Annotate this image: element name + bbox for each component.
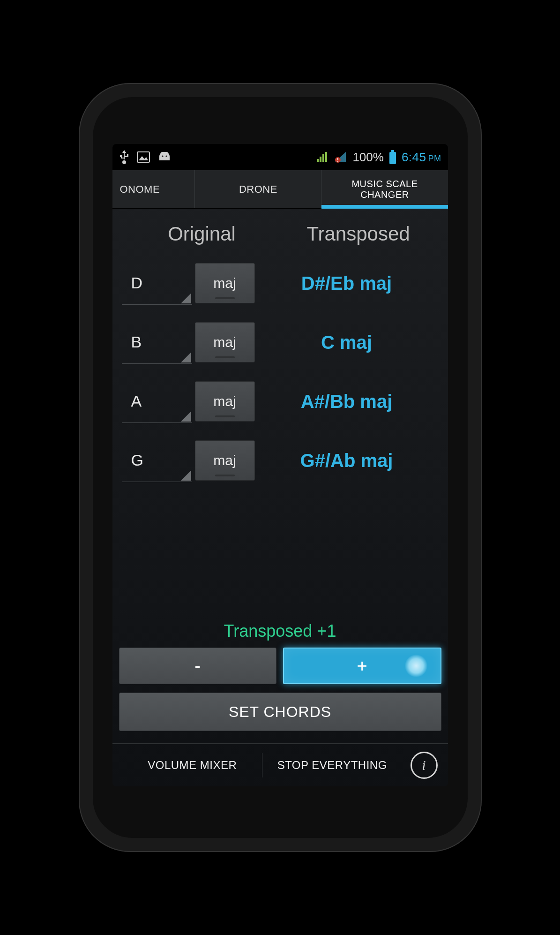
svg-rect-15 (389, 152, 396, 164)
svg-point-0 (122, 160, 126, 164)
screen: 100% 6:45PM ONOME DRONE MUSIC SCALE CHAN (112, 144, 448, 786)
battery-percent: 100% (352, 150, 384, 165)
svg-point-6 (165, 155, 167, 157)
quality-value: maj (213, 452, 236, 468)
set-chords-label: SET CHORDS (229, 703, 331, 721)
plus-label: + (357, 656, 367, 676)
svg-rect-1 (120, 155, 122, 157)
chord-row: G maj G#/Ab maj (122, 431, 439, 490)
chord-row: D maj D#/Eb maj (122, 254, 439, 313)
status-time: 6:45PM (402, 150, 441, 165)
svg-rect-13 (337, 161, 338, 162)
svg-rect-10 (325, 152, 327, 162)
svg-rect-14 (391, 150, 394, 152)
svg-rect-2 (137, 152, 149, 162)
android-icon (157, 152, 172, 162)
time-ampm: PM (428, 154, 441, 163)
transpose-buttons: - + (112, 648, 448, 693)
note-value: B (131, 333, 142, 351)
transposed-chord: G#/Ab maj (255, 450, 439, 471)
tab-label: ONOME (120, 183, 160, 196)
quality-button[interactable]: maj (195, 381, 255, 422)
usb-icon (119, 150, 129, 164)
set-chords-button[interactable]: SET CHORDS (119, 693, 441, 731)
quality-button[interactable]: maj (195, 263, 255, 303)
quality-button[interactable]: maj (195, 440, 255, 481)
tab-bar: ONOME DRONE MUSIC SCALE CHANGER (112, 170, 448, 209)
note-spinner[interactable]: D (122, 262, 192, 305)
transposed-chord: D#/Eb maj (255, 273, 439, 294)
tab-music-scale-changer[interactable]: MUSIC SCALE CHANGER (321, 170, 448, 208)
info-icon[interactable]: i (411, 752, 438, 779)
note-spinner[interactable]: B (122, 321, 192, 364)
minus-label: - (194, 656, 201, 676)
quality-button[interactable]: maj (195, 322, 255, 362)
header-transposed: Transposed (280, 223, 437, 245)
note-value: G (131, 451, 143, 469)
volume-mixer-button[interactable]: VOLUME MIXER (123, 753, 262, 777)
note-value: A (131, 392, 142, 410)
quality-value: maj (213, 393, 236, 409)
svg-rect-12 (337, 158, 338, 160)
stop-everything-button[interactable]: STOP EVERYTHING (262, 753, 402, 777)
tab-label: DRONE (239, 183, 277, 196)
svg-rect-9 (322, 154, 324, 162)
chord-row: A maj A#/Bb maj (122, 372, 439, 431)
signal-2-no-data-icon (334, 151, 348, 163)
tab-drone[interactable]: DRONE (194, 170, 321, 208)
transpose-minus-button[interactable]: - (119, 648, 276, 684)
transposed-chord: C maj (255, 332, 439, 353)
phone-frame: 100% 6:45PM ONOME DRONE MUSIC SCALE CHAN (79, 83, 482, 852)
signal-1-icon (316, 151, 329, 163)
action-label: STOP EVERYTHING (277, 759, 387, 772)
quality-value: maj (213, 275, 236, 291)
action-label: VOLUME MIXER (148, 759, 237, 772)
quality-value: maj (213, 334, 236, 350)
tab-label: MUSIC SCALE CHANGER (351, 179, 418, 200)
transpose-amount-label: Transposed +1 (112, 621, 448, 641)
touch-ripple (405, 655, 427, 677)
chord-row: B maj C maj (122, 313, 439, 372)
time-value: 6:45 (402, 150, 426, 164)
note-spinner[interactable]: G (122, 439, 192, 482)
phone-bezel: 100% 6:45PM ONOME DRONE MUSIC SCALE CHAN (93, 97, 468, 838)
picture-icon (137, 151, 150, 163)
status-bar: 100% 6:45PM (112, 144, 448, 170)
column-headers: Original Transposed (112, 209, 448, 254)
tab-metronome[interactable]: ONOME (112, 170, 195, 208)
svg-point-5 (162, 155, 163, 157)
bottom-action-bar: VOLUME MIXER STOP EVERYTHING i (112, 743, 448, 786)
note-value: D (131, 274, 143, 292)
svg-rect-8 (320, 157, 321, 162)
note-spinner[interactable]: A (122, 380, 192, 423)
transposed-chord: A#/Bb maj (255, 391, 439, 412)
chord-rows: D maj D#/Eb maj B maj C maj A maj A#/Bb … (112, 254, 448, 617)
header-original: Original (124, 223, 280, 245)
svg-rect-7 (317, 159, 319, 162)
battery-icon (388, 150, 397, 164)
transpose-plus-button[interactable]: + (283, 648, 441, 684)
